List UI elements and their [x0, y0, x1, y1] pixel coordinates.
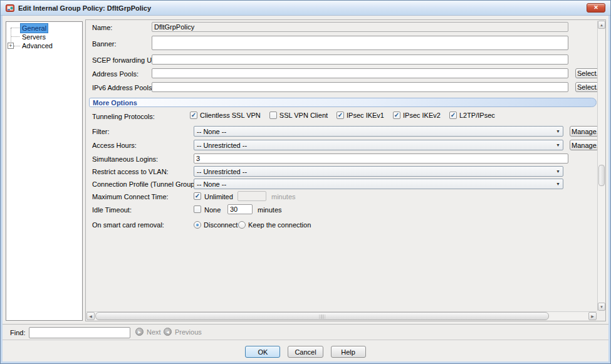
tree-item-label[interactable]: General	[21, 24, 48, 33]
checkbox-label: SSL VPN Client	[279, 112, 328, 119]
dialog-footer: OK Cancel Help	[3, 346, 608, 358]
access-hours-dropdown[interactable]: -- Unrestricted -- ▼	[194, 140, 563, 150]
address-pools-select-button[interactable]: Select...	[575, 68, 599, 78]
app-icon	[6, 4, 14, 13]
scroll-right-icon[interactable]: ▶	[588, 312, 597, 320]
find-input[interactable]	[29, 327, 130, 338]
checkbox[interactable]: ✓	[190, 112, 197, 119]
dialog-body: General Servers Advanced + Name: Banner:…	[1, 16, 610, 363]
vertical-scrollbar-thumb[interactable]	[598, 165, 605, 186]
expander-plus-icon[interactable]: +	[8, 43, 14, 49]
chevron-down-icon[interactable]: ▼	[553, 129, 563, 133]
general-settings-panel: Name: Banner: SCEP forwarding URL: Addre…	[85, 19, 606, 321]
tree-item-general[interactable]: General	[6, 24, 82, 33]
tree-item-label[interactable]: Servers	[21, 33, 47, 41]
protocol-clientless-ssl-vpn[interactable]: ✓ Clientless SSL VPN	[190, 112, 261, 119]
restrict-vlan-label: Restrict access to VLAN:	[92, 168, 169, 175]
unlimited-checkbox[interactable]: ✓	[194, 192, 201, 200]
checkbox-label: Clientless SSL VPN	[200, 112, 261, 119]
protocol-ssl-vpn-client[interactable]: ✓ SSL VPN Client	[269, 112, 328, 119]
checkbox[interactable]: ✓	[393, 112, 400, 119]
idle-none-checkbox[interactable]: ✓	[194, 205, 201, 213]
find-next-button[interactable]: ▶ Next	[135, 328, 161, 336]
idle-timeout-label: Idle Timeout:	[92, 206, 132, 214]
ipv6-pools-input[interactable]	[152, 82, 568, 92]
max-connect-minutes-input	[238, 191, 266, 201]
max-connect-minutes-unit: minutes	[271, 193, 296, 200]
idle-none-checkbox-label[interactable]: None	[204, 206, 221, 214]
scroll-up-icon[interactable]: ▲	[598, 21, 605, 29]
max-connect-time-label: Maximum Connect Time:	[92, 193, 169, 200]
restrict-vlan-dropdown[interactable]: -- Unrestricted -- ▼	[194, 166, 563, 177]
access-hours-label: Access Hours:	[92, 142, 137, 149]
checkbox[interactable]: ✓	[269, 112, 277, 119]
checkbox[interactable]: ✓	[449, 112, 457, 119]
find-bar: Find: ▶ Next ◀ Previous	[3, 324, 608, 340]
scroll-left-icon[interactable]: ◀	[86, 312, 95, 320]
tunneling-protocols-label: Tunneling Protocols:	[92, 113, 155, 120]
protocol-l2tp-ipsec[interactable]: ✓ L2TP/IPsec	[449, 112, 495, 119]
filter-label: Filter:	[92, 128, 110, 135]
vertical-scrollbar[interactable]: ▲ ▼	[597, 21, 605, 311]
close-button[interactable]: ✕	[587, 3, 605, 13]
find-previous-button[interactable]: ◀ Previous	[164, 328, 202, 336]
scep-url-input[interactable]	[152, 55, 568, 65]
check-icon: ✓	[338, 112, 343, 118]
simultaneous-logins-label: Simultaneous Logins:	[92, 155, 158, 163]
previous-icon: ◀	[164, 328, 172, 336]
checkbox-label: L2TP/IPsec	[459, 112, 495, 119]
ok-button[interactable]: OK	[245, 346, 280, 358]
cancel-button[interactable]: Cancel	[288, 346, 323, 358]
chevron-down-icon[interactable]: ▼	[553, 143, 563, 147]
keep-connection-radio[interactable]	[238, 221, 246, 229]
filter-value: -- None --	[194, 128, 553, 135]
banner-input[interactable]	[152, 36, 568, 50]
chevron-down-icon[interactable]: ▼	[553, 169, 563, 174]
idle-timeout-minutes-unit: minutes	[258, 206, 282, 214]
tunneling-protocols-group: ✓ Clientless SSL VPN ✓ SSL VPN Client ✓ …	[190, 112, 495, 119]
address-pools-label: Address Pools:	[92, 70, 138, 78]
checkbox[interactable]: ✓	[337, 112, 344, 119]
address-pools-input[interactable]	[152, 68, 568, 78]
disconnect-radio[interactable]	[194, 221, 201, 229]
ipv6-pools-select-button[interactable]: Select...	[575, 82, 599, 92]
check-icon: ✓	[191, 112, 196, 118]
smart-card-removal-label: On smart card removal:	[92, 221, 164, 229]
help-button[interactable]: Help	[331, 346, 366, 358]
protocol-ipsec-ikev2[interactable]: ✓ IPsec IKEv2	[393, 112, 441, 119]
policy-nav-tree: General Servers Advanced +	[6, 21, 83, 321]
filter-dropdown[interactable]: -- None -- ▼	[194, 126, 563, 137]
horizontal-scrollbar-thumb[interactable]	[95, 312, 549, 320]
unlimited-checkbox-label[interactable]: Unlimited	[204, 193, 233, 200]
simultaneous-logins-input[interactable]	[194, 153, 568, 164]
check-icon: ✓	[451, 112, 456, 118]
find-label: Find:	[10, 329, 25, 336]
tree-item-servers[interactable]: Servers	[6, 33, 82, 41]
filter-manage-button[interactable]: Manage...	[570, 126, 598, 137]
window-title: Edit Internal Group Policy: DfltGrpPolic…	[18, 4, 151, 12]
tree-item-label[interactable]: Advanced	[21, 41, 54, 50]
close-icon: ✕	[593, 4, 598, 11]
horizontal-scrollbar[interactable]: ◀ ▶	[86, 311, 597, 320]
ipv6-pools-label: IPv6 Address Pools:	[92, 84, 154, 91]
name-input[interactable]	[152, 22, 568, 32]
tunnel-group-lock-value: -- None --	[194, 180, 553, 188]
keep-connection-radio-label[interactable]: Keep the connection	[248, 221, 311, 229]
disconnect-radio-label[interactable]: Disconnect	[204, 221, 238, 229]
access-hours-manage-button[interactable]: Manage...	[570, 140, 598, 150]
check-icon: ✓	[394, 112, 399, 118]
restrict-vlan-value: -- Unrestricted --	[194, 168, 553, 175]
idle-timeout-minutes-input[interactable]	[227, 204, 253, 214]
chevron-down-icon[interactable]: ▼	[553, 182, 563, 186]
protocol-ipsec-ikev1[interactable]: ✓ IPsec IKEv1	[337, 112, 384, 119]
titlebar[interactable]: Edit Internal Group Policy: DfltGrpPolic…	[1, 1, 610, 16]
tunnel-group-lock-dropdown[interactable]: -- None -- ▼	[194, 179, 563, 189]
more-options-header[interactable]: More Options	[89, 98, 597, 107]
access-hours-value: -- Unrestricted --	[194, 142, 553, 149]
scroll-down-icon[interactable]: ▼	[598, 303, 605, 311]
checkbox-label: IPsec IKEv1	[347, 112, 384, 119]
find-next-label: Next	[147, 328, 161, 336]
checkbox-label: IPsec IKEv2	[403, 112, 441, 119]
find-previous-label: Previous	[175, 328, 202, 336]
more-options-title: More Options	[93, 99, 137, 107]
